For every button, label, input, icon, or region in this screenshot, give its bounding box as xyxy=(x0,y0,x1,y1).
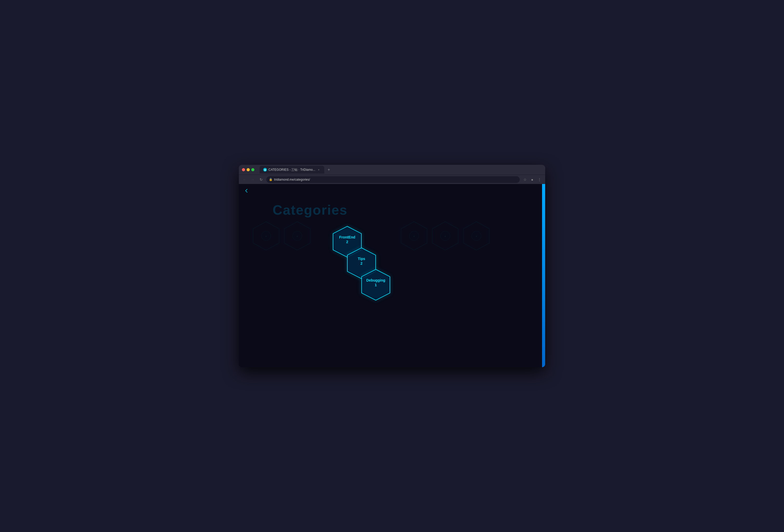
scrollbar-track xyxy=(542,184,545,367)
svg-text:●: ● xyxy=(297,235,298,238)
svg-marker-17 xyxy=(362,269,390,300)
url-text: tridiamond.me/categories/ xyxy=(274,178,310,181)
chrome-bar: ◆ CATEGORIES - 三钻 · TriDiamo... × + xyxy=(239,165,545,175)
profile-button[interactable]: ● xyxy=(529,176,535,183)
svg-text:●: ● xyxy=(265,235,267,238)
active-tab[interactable]: ◆ CATEGORIES - 三钻 · TriDiamo... × xyxy=(260,166,324,174)
svg-marker-0 xyxy=(253,221,279,250)
page-content: Categories ● ● xyxy=(239,184,545,367)
close-window-button[interactable] xyxy=(242,168,245,171)
svg-point-10 xyxy=(441,231,450,241)
svg-marker-3 xyxy=(284,221,310,250)
back-button[interactable]: ← xyxy=(242,176,248,183)
svg-marker-6 xyxy=(401,221,427,250)
browser-window: ◆ CATEGORIES - 三钻 · TriDiamo... × + ← → … xyxy=(239,165,545,367)
maximize-window-button[interactable] xyxy=(251,168,254,171)
toolbar-right: ☆ ● ⋮ xyxy=(522,176,542,183)
bookmark-button[interactable]: ☆ xyxy=(522,176,528,183)
new-tab-button[interactable]: + xyxy=(325,166,333,173)
scrollbar-thumb[interactable] xyxy=(542,184,545,367)
reload-button[interactable]: ↻ xyxy=(258,176,264,183)
menu-button[interactable]: ⋮ xyxy=(536,176,542,183)
address-bar-row: ← → ↻ 🔒 tridiamond.me/categories/ ☆ ● ⋮ xyxy=(239,175,545,184)
page-title: Categories xyxy=(273,202,537,218)
svg-text:●: ● xyxy=(413,235,415,238)
svg-text:●: ● xyxy=(444,235,446,238)
forward-button[interactable]: → xyxy=(250,176,256,183)
traffic-lights xyxy=(242,168,254,171)
category-debugging[interactable]: Debugging 1 xyxy=(361,269,391,302)
minimize-window-button[interactable] xyxy=(247,168,250,171)
svg-marker-12 xyxy=(464,221,489,250)
svg-point-4 xyxy=(292,231,302,241)
lock-icon: 🔒 xyxy=(269,178,273,181)
tab-area: ◆ CATEGORIES - 三钻 · TriDiamo... × + xyxy=(260,166,542,174)
tab-title: CATEGORIES - 三钻 · TriDiamo... xyxy=(269,168,315,172)
svg-text:●: ● xyxy=(476,235,477,238)
svg-marker-9 xyxy=(432,221,458,250)
svg-point-1 xyxy=(261,231,271,241)
address-bar[interactable]: 🔒 tridiamond.me/categories/ xyxy=(267,176,520,183)
tab-favicon: ◆ xyxy=(263,168,267,172)
page-main: Categories ● ● xyxy=(239,184,545,367)
svg-point-13 xyxy=(472,231,481,241)
tab-close-button[interactable]: × xyxy=(317,168,320,172)
back-nav-button[interactable] xyxy=(244,188,249,195)
svg-point-7 xyxy=(410,231,419,241)
